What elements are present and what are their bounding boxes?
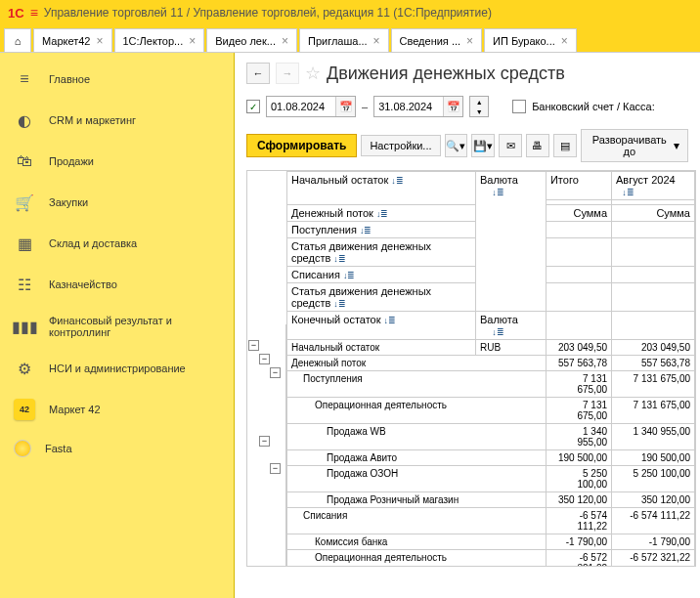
close-icon[interactable]: ×: [96, 34, 103, 48]
bars-icon: ▮▮▮: [14, 316, 35, 337]
calendar-icon[interactable]: 📅: [335, 97, 355, 116]
report-table: Начальный остаток ↓≣Валюта ↓≣ИтогоАвгуст…: [286, 171, 695, 567]
titlebar: 1C ≡ Управление торговлей 11 / Управлени…: [0, 0, 700, 25]
date-from-input[interactable]: 📅: [266, 96, 356, 117]
tab-home[interactable]: ⌂: [4, 28, 31, 52]
coins-icon: ☷: [14, 274, 35, 295]
table-row[interactable]: Операционная деятельность-6 572 321,22-6…: [287, 550, 695, 568]
close-icon[interactable]: ×: [373, 34, 380, 48]
tree-collapse[interactable]: −: [259, 354, 270, 364]
sidebar: ≡Главное ◐CRM и маркетинг 🛍Продажи 🛒Заку…: [0, 53, 235, 598]
mail-button[interactable]: ✉: [499, 134, 522, 157]
period-stepper[interactable]: ▲▼: [469, 96, 489, 117]
star-icon[interactable]: ☆: [305, 63, 321, 84]
table-row[interactable]: Списания-6 574 111,22-6 574 111,22: [287, 508, 695, 534]
header-currency[interactable]: Валюта ↓≣: [475, 172, 546, 312]
tab-0[interactable]: Маркет42×: [33, 28, 112, 52]
expand-button[interactable]: Разворачивать до ▾: [581, 129, 688, 162]
content: ← → ☆ Движения денежных средств ✓ 📅 – 📅 …: [235, 53, 700, 598]
date-checkbox[interactable]: ✓: [246, 100, 260, 113]
tab-2[interactable]: Видео лек...×: [206, 28, 297, 52]
table-row[interactable]: Продажа WB1 340 955,001 340 955,00: [287, 424, 695, 450]
sidebar-item-sales[interactable]: 🛍Продажи: [0, 141, 234, 182]
form-button[interactable]: Сформировать: [246, 134, 357, 157]
sidebar-item-market42[interactable]: 42Маркет 42: [0, 389, 234, 430]
table-row[interactable]: Поступления7 131 675,007 131 675,00: [287, 371, 695, 398]
tabbar: ⌂ Маркет42× 1С:Лектор...× Видео лек...× …: [0, 25, 700, 53]
market42-icon: 42: [14, 399, 35, 420]
header-end-balance[interactable]: Конечный остаток ↓≣: [287, 312, 476, 340]
tab-4[interactable]: Сведения ...×: [391, 28, 483, 52]
close-icon[interactable]: ×: [561, 34, 568, 48]
print-button[interactable]: 🖶: [526, 134, 549, 157]
bank-label: Банковский счет / Касса:: [532, 101, 655, 112]
page-title: Движения денежных средств: [327, 64, 565, 84]
header-total[interactable]: Итого: [546, 172, 611, 200]
tree-collapse[interactable]: −: [270, 367, 281, 378]
table-row[interactable]: Операционная деятельность7 131 675,007 1…: [287, 398, 695, 424]
fasta-icon: [14, 440, 31, 457]
header-article1[interactable]: Статья движения денежных средств ↓≣: [287, 238, 476, 267]
settings-button[interactable]: Настройки...: [361, 135, 440, 156]
sidebar-item-treasury[interactable]: ☷Казначейство: [0, 264, 234, 305]
bag-icon: 🛍: [14, 150, 35, 172]
back-button[interactable]: ←: [246, 63, 270, 84]
table-row[interactable]: Начальный остатокRUB203 049,50203 049,50: [287, 340, 695, 356]
sheet-button[interactable]: ▤: [553, 134, 577, 157]
header-currency2[interactable]: Валюта ↓≣: [475, 312, 546, 340]
menu-icon[interactable]: ≡: [30, 5, 38, 21]
sidebar-item-admin[interactable]: ⚙НСИ и администрирование: [0, 348, 234, 389]
tab-5[interactable]: ИП Бурако...×: [484, 28, 577, 52]
close-icon[interactable]: ×: [189, 34, 196, 48]
gear-icon: ⚙: [14, 358, 35, 379]
sidebar-item-crm[interactable]: ◐CRM и маркетинг: [0, 100, 234, 141]
tab-1[interactable]: 1С:Лектор...×: [114, 28, 205, 52]
bank-checkbox[interactable]: ✓: [512, 100, 526, 113]
list-icon: ≡: [14, 68, 35, 90]
tree-collapse[interactable]: −: [259, 436, 270, 447]
header-inflow[interactable]: Поступления ↓≣: [287, 222, 476, 238]
table-row[interactable]: Денежный поток557 563,78557 563,78: [287, 356, 695, 371]
table-row[interactable]: Продажа ОЗОН5 250 100,005 250 100,00: [287, 466, 695, 492]
header-article2[interactable]: Статья движения денежных средств ↓≣: [287, 283, 476, 312]
header-flow[interactable]: Денежный поток ↓≣: [287, 205, 476, 222]
titlebar-text: Управление торговлей 11 / Управление тор…: [44, 6, 492, 20]
sidebar-item-purchases[interactable]: 🛒Закупки: [0, 182, 234, 223]
table-row[interactable]: Комиссия банка-1 790,00-1 790,00: [287, 534, 695, 550]
close-icon[interactable]: ×: [466, 34, 473, 48]
find-button[interactable]: 🔍▾: [445, 134, 468, 157]
cart-icon: 🛒: [14, 192, 35, 213]
date-to-input[interactable]: 📅: [373, 96, 463, 117]
grid-icon: ▦: [14, 233, 35, 254]
table-row[interactable]: Продажа Авито190 500,00190 500,00: [287, 450, 695, 466]
calendar-icon[interactable]: 📅: [443, 97, 462, 116]
forward-button[interactable]: →: [276, 63, 299, 84]
sidebar-item-warehouse[interactable]: ▦Склад и доставка: [0, 223, 234, 264]
table-row[interactable]: Продажа Розничный магазин350 120,00350 1…: [287, 492, 695, 508]
pie-icon: ◐: [14, 109, 35, 131]
close-icon[interactable]: ×: [282, 34, 288, 48]
header-month[interactable]: Август 2024 ↓≣: [612, 172, 695, 200]
tree-collapse[interactable]: −: [270, 463, 281, 474]
tab-3[interactable]: Приглаша...×: [299, 28, 389, 52]
tree-collapse[interactable]: −: [248, 340, 259, 351]
sidebar-item-main[interactable]: ≡Главное: [0, 59, 234, 100]
tree-expand-column: − − − − −: [247, 324, 286, 566]
save-button[interactable]: 💾▾: [471, 134, 495, 157]
logo-1c: 1C: [8, 6, 24, 21]
report-area[interactable]: Начальный остаток ↓≣Валюта ↓≣ИтогоАвгуст…: [246, 170, 696, 567]
header-outflow[interactable]: Списания ↓≣: [287, 267, 476, 283]
sidebar-item-finance[interactable]: ▮▮▮Финансовый результат и контроллинг: [0, 305, 234, 348]
header-start-balance[interactable]: Начальный остаток ↓≣: [287, 172, 476, 205]
sidebar-item-fasta[interactable]: Fasta: [0, 430, 234, 467]
